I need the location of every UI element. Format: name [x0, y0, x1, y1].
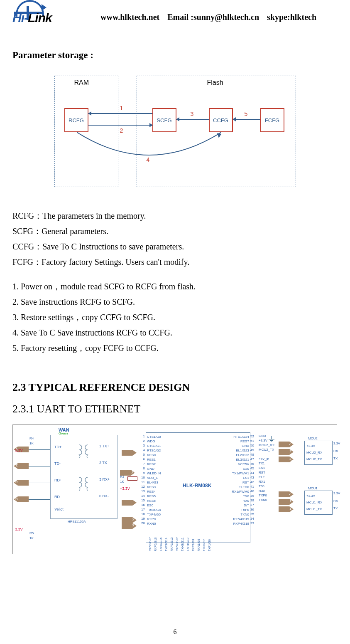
chip-net-right: GND — [259, 434, 266, 438]
scfg-box: SCFG — [152, 108, 176, 132]
page-number: 6 — [0, 628, 350, 636]
arrow-2 — [88, 125, 152, 126]
step-4: 4. Save To C Save instructions RCFG to C… — [12, 326, 338, 339]
mcu1-txlbl: TX — [333, 506, 338, 510]
heading-2-3: 2.3 TYPICAL REFERENCE DESIGN — [12, 381, 338, 394]
mcu2-txlbl: TX — [333, 456, 338, 460]
port-txn0: TXN0 — [14, 463, 29, 469]
arrow-1-label: 1 — [120, 105, 123, 111]
rcfg-box: RCFG — [64, 108, 88, 132]
cfg-steps: 1. Power on，module read SCFG to RCFG fro… — [12, 280, 338, 355]
chip-pinnum-left: 1234567891011121314151617181920 — [140, 434, 145, 526]
txp-out: 1 TX+ — [99, 444, 109, 448]
def-rcfg: RCFG：The parameters in the memory. — [12, 210, 338, 222]
page-header: Hi-Link www.hlktech.net Email :sunny@hlk… — [12, 0, 338, 27]
arrow-5-label: 5 — [245, 111, 248, 117]
fcfg-box: FCFG — [260, 108, 284, 132]
chip-pins-left: CTS1/G0WDGCTS0/G1RTS0/G2RES0RES1RES2GNDW… — [147, 434, 161, 526]
chip-net-right: +3.3V — [259, 439, 267, 442]
step-3: 3. Restore settings，copy CCFG to SCFG. — [12, 311, 338, 324]
mcu1-v: +3.3V — [306, 493, 322, 499]
chip-net-right: R30 — [259, 489, 265, 493]
step-1: 1. Power on，module read SCFG to RCFG fro… — [12, 280, 338, 293]
mcu2-title: MCU2 — [308, 437, 318, 440]
page: Hi-Link www.hlktech.net Email :sunny@hlk… — [0, 0, 350, 644]
chip-net-right: MCU2_TX — [259, 448, 274, 452]
port-rxp0: RXP0 — [14, 480, 29, 486]
ccfg-box: CCFG — [209, 108, 233, 132]
rxn-out: 6 RX- — [99, 494, 109, 498]
arrow-3 — [176, 119, 209, 120]
svg-marker-0 — [217, 133, 221, 138]
chip-v33: +3.3V — [120, 486, 130, 491]
cfg-definitions: RCFG：The parameters in the memory. SCFG：… — [12, 210, 338, 269]
chip-net-right: TXN0 — [259, 498, 267, 502]
net-gnd: GND — [122, 450, 137, 456]
skype-text: skype:hlktech — [267, 12, 316, 22]
net-rxn0: RXN0 — [122, 523, 137, 529]
arrow-3-label: 3 — [191, 111, 194, 117]
mcu2-rx: MCU2_RX — [306, 449, 322, 456]
port-rxn0: RXN0 — [14, 496, 29, 502]
chip-pins-bottom: RXN0/G17RXP0/G16TXN3/G15TXP3/G14RXP2/G13… — [149, 551, 213, 554]
mcu2-block: MCU2 +3.3V MCU2_RX MCU2_TX — [304, 441, 333, 465]
arrow-4 — [77, 132, 221, 157]
net-es0: ES0 — [122, 500, 137, 506]
def-scfg: SCFG：General parameters. — [12, 225, 338, 238]
website-text: www.hlktech.net — [100, 12, 159, 22]
mcu1-rx: MCU1_RX — [306, 499, 322, 506]
led-green: Green — [59, 432, 68, 435]
txn-out: 2 TX- — [99, 461, 108, 465]
mcu1-title: MCU1 — [308, 486, 318, 490]
ram-label: RAM — [74, 79, 89, 86]
mcu2-vlbl: 3.3V — [333, 442, 340, 445]
mcu1-rx-port: MCU1_RX — [279, 499, 294, 505]
uart-ethernet-schematic: WAN TXP0 TXN0 RXP0 RXN0 TD+ TD- RD+ RD- … — [12, 424, 337, 554]
ethernet-transformer: TD+ TD- RD+ RD- Yellot 1 TX+ 2 TX- 3 RX+… — [38, 435, 117, 522]
net-rxp0: RXP0 — [122, 517, 137, 523]
arrow-5 — [233, 119, 260, 120]
chip-net-right: +5V_in — [259, 457, 269, 461]
logo-link: Link — [28, 11, 52, 25]
v33-top: +3.3V — [13, 448, 23, 452]
hlk-chip: HLK-RM08K CTS1/G0WDGCTS0/G1RTS0/G2RES0RE… — [146, 432, 250, 543]
rdp-label: RD+ — [54, 478, 62, 482]
yellot-label: Yellot — [54, 507, 64, 511]
mcu1-vlbl: 3.3V — [333, 491, 340, 495]
mcu1-v33-port: +3.3V — [279, 491, 294, 497]
mcu1-tx: MCU1_TX — [306, 506, 322, 513]
chip-net-right: RX1 — [259, 480, 265, 484]
mcu2-v: +3.3V — [306, 443, 322, 449]
arrow-1 — [88, 113, 152, 114]
mcu1-tx-port: MCU1_TX — [279, 506, 294, 512]
page-body: Parameter storage : RAM Flash RCFG SCFG … — [12, 50, 338, 554]
logo: Hi-Link — [12, 0, 91, 24]
mcu2-rx-port: MCU2_RX — [279, 449, 294, 455]
heading-2-3-1: 2.3.1 UART TO ETHERNET — [12, 403, 338, 415]
tdp-label: TD+ — [54, 445, 61, 449]
step-2: 2. Save instructions RCFG to SCFG. — [12, 296, 338, 308]
mcu2-tx: MCU2_TX — [306, 456, 322, 463]
chip-net-right: T30 — [259, 484, 264, 488]
mcu2-rxlbl: RX — [333, 449, 338, 453]
gnd-icon — [269, 439, 274, 443]
chip-net-right: TX1 — [259, 461, 265, 465]
r3-lbl: R3 — [120, 475, 124, 479]
chip-net-right: ES1 — [259, 466, 265, 470]
r5-label: R5 — [29, 531, 34, 535]
arrow-2-label: 2 — [120, 127, 123, 134]
logo-hi: Hi- — [12, 11, 28, 25]
mcu1-block: MCU1 +3.3V MCU1_RX MCU1_TX — [304, 491, 333, 515]
r3-res — [127, 476, 137, 481]
r5-val: 1K — [29, 536, 34, 540]
r3-val: 1K — [120, 480, 124, 484]
chip-net-right: TXP0 — [259, 493, 267, 497]
param-storage-diagram: RAM Flash RCFG SCFG CCFG FCFG 1 2 3 4 5 — [54, 75, 297, 187]
chip-pins-right: RTS1/G24RES7GNDEL1/G23EL2/G22EL3/G21VCC5… — [232, 434, 249, 526]
mcu2-tx-port: MCU2_TX — [279, 456, 294, 462]
contact-line: www.hlktech.net Email :sunny@hlktech.cn … — [100, 12, 322, 22]
v33-bottom: +3.3V — [13, 527, 23, 531]
chip-name: HLK-RM08K — [183, 483, 211, 489]
r4-val: 1K — [29, 442, 34, 445]
chip-net-right: ELE — [259, 475, 265, 479]
